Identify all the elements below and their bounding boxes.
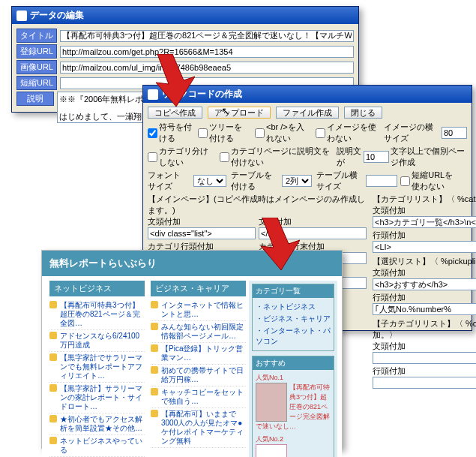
list-item[interactable]: ネットビジネスやっている [49,435,145,457]
cat-rowpre-label: 行頭付加 [373,230,476,241]
img-w-label: イメージの横サイズ [384,122,439,144]
thumb-icon [256,383,287,422]
child-pre-input[interactable] [373,352,476,364]
label-shorturl: 短縮URL [16,76,57,90]
close-button[interactable]: 閉じる [344,107,382,119]
list-item[interactable]: みんな知らない初回限定情報部ページメール… [151,321,246,343]
list-item[interactable]: 【再配布可特典3つ付】超圧巻の821ページ＆完全図… [49,299,145,330]
font-label: フォントサイズ [148,170,189,192]
child-pre-label: 文頭付加 [373,341,476,352]
title-input[interactable] [60,30,354,42]
table-label: テーブルを付ける [231,170,277,192]
category-link[interactable]: ・ビジネス・キャリア [256,313,331,325]
preview-sidebar: カテゴリ一覧 ・ネットビジネス・ビジネス・キャリア・インターネット・パソコン お… [249,281,337,457]
img-w-input[interactable] [442,127,467,139]
category-link[interactable]: ・インターネット・パソコン [256,325,331,347]
label-regurl: 登録URL [16,44,57,59]
col2-header: ビジネス・キャリア [151,281,246,296]
font-select[interactable]: なし [193,175,226,187]
cat-pre-input[interactable] [373,216,476,228]
cat-rowpre-input[interactable] [373,241,476,253]
chk-nobr[interactable]: <br />を入れない [255,122,310,144]
main-pre-label: 文頭付加 [148,216,256,227]
child-rowpre-input[interactable] [373,377,476,389]
desclen-suffix: 文字以上で個別ページ作成 [391,146,467,168]
pick-pre-label: 文頭付加 [373,267,476,278]
label-desc: 説明 [16,92,54,106]
child-rowpre-label: 行頭付加 [373,365,476,377]
svg-marker-1 [261,218,300,270]
preview-col1: ネットビジネス 【再配布可特典3つ付】超圧巻の821ページ＆完全図…アドセンスな… [46,281,148,457]
pick-pre-input[interactable] [373,278,476,290]
pick-section-label: 【選択リスト】〈 %pickuplist% に付加。〉 [373,256,476,267]
arrow-icon [255,218,300,270]
copy-button[interactable]: コピペ作成 [148,107,202,119]
side-rec-header: おすすめ [253,356,334,370]
imgurl-input[interactable] [60,62,354,74]
cat-pre-label: 文頭付加 [373,205,476,216]
cursor-icon: ↖ [221,105,230,117]
list-item[interactable]: ★初心者でもアクセス解析を簡単設置★その他… [49,413,145,435]
label-imgurl: 画像URL [16,60,57,74]
col1-header: ネットビジネス [49,281,145,296]
desclen-input[interactable] [364,151,389,163]
file-button[interactable]: ファイル作成 [276,107,339,119]
label-title: タイトル [16,29,57,43]
side-cat-header: カテゴリ一覧 [253,284,334,298]
list-item[interactable]: 初めての携帯サイトで日給万円稼… [151,365,246,386]
children-section-label: 【子カテゴリリスト】〈 %category_カテゴリ名% に付加。〉 [373,318,476,341]
chk-nocatdesc[interactable]: カテゴリページに説明文を付けない [220,146,331,168]
chk-noimg[interactable]: イメージを使わない [316,122,379,144]
chk-tree[interactable]: ツリーを付ける [198,122,249,144]
main-section-label: 【メインページ】(コピペ作成時はメインページのみ作成します。) [148,194,367,216]
tablew-label: テーブル横サイズ [316,170,363,192]
desclen-label: 説明文が [337,146,362,168]
chk-sign[interactable]: 符号を付ける [148,122,192,144]
preview-pane: 無料レポートらいぶらり ネットビジネス 【再配布可特典3つ付】超圧巻の821ペー… [41,250,343,449]
arrow-icon [150,54,195,107]
chk-noshorturl[interactable]: 短縮URLを使わない [400,170,461,192]
pick-rowpre-label: 行頭付加 [373,292,476,303]
table-select[interactable]: 2列 [282,175,312,187]
pop2-label: 人気No.2 [256,434,331,444]
cat-section-label: 【カテゴリリスト】〈 %category% に付加。〉 [373,194,476,205]
app-icon [16,11,27,21]
preview-col2: ビジネス・キャリア インターネットで情報ヒントと思…みんな知らない初回限定情報部… [148,281,249,457]
window-title: データの編集 [30,9,84,22]
data-edit-titlebar[interactable]: データの編集 [12,7,358,24]
list-item[interactable]: アドセンスなら6/24100万円達成 [49,330,145,352]
svg-marker-0 [156,54,195,107]
upload-button[interactable]: アップロード [208,107,271,119]
list-item[interactable]: 【再配布可】いままで3000人の人が見たオマ●ケ付レポイトマーケティング無料 [151,408,246,448]
pick-rowpre-input[interactable] [373,303,476,315]
list-item[interactable]: キャッチコピーをセットで独自う… [151,386,246,408]
list-item[interactable]: 【黒字家計でサラリーマンでも無料レポートアフィリエイト… [49,352,145,383]
regurl-input[interactable] [60,46,354,58]
chk-nocat[interactable]: カテゴリ分けしない [148,146,214,168]
list-item[interactable]: インターネットで情報ヒントと思… [151,299,246,321]
pop1-label: 人気No.1 [256,373,331,383]
list-item[interactable]: 【黒字家計】サラリーマンの家計レポート・サイドロート… [49,383,145,413]
list-item[interactable]: 【Pica登録】トリック営業マン… [151,343,246,365]
main-pre-input[interactable] [148,227,256,239]
category-link[interactable]: ・ネットビジネス [256,301,331,313]
tablew-input[interactable] [366,175,397,187]
thumb-icon [256,444,287,457]
